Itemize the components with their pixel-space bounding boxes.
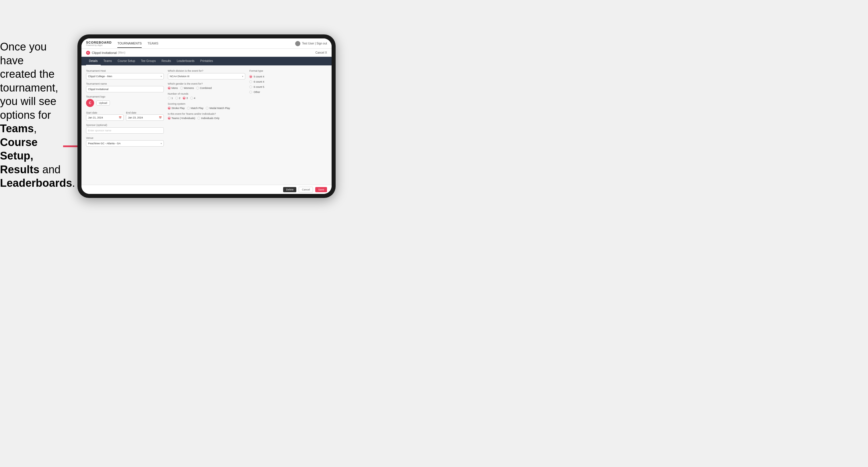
rounds-1[interactable]: 1: [168, 97, 173, 99]
logo-sub: Powered by clippd: [86, 44, 112, 46]
format-6count4[interactable]: 6 count 4: [249, 80, 327, 83]
end-calendar-icon: 📅: [159, 117, 162, 119]
rounds-3[interactable]: 3: [183, 97, 188, 99]
scoring-medal-match[interactable]: Medal Match Play: [206, 107, 230, 110]
teams-plus-individuals-radio[interactable]: [168, 117, 171, 120]
tab-printables[interactable]: Printables: [197, 57, 216, 65]
user-avatar-icon: [295, 41, 300, 46]
nav-items: TOURNAMENTS TEAMS: [117, 39, 295, 48]
top-nav: SCOREBOARD Powered by clippd TOURNAMENTS…: [82, 38, 332, 49]
end-date-label: End date: [126, 111, 136, 114]
format-other-radio[interactable]: [249, 91, 252, 94]
form-right-col: Format type 5 count 4 6 count 4 6 count …: [249, 69, 327, 147]
tab-course-setup[interactable]: Course Setup: [115, 57, 138, 65]
tablet-device: SCOREBOARD Powered by clippd TOURNAMENTS…: [78, 34, 336, 198]
teams-plus-individuals[interactable]: Teams (+Individuals): [168, 117, 195, 120]
end-date-input[interactable]: Jan 23, 2024 📅: [126, 115, 163, 121]
name-input[interactable]: Clippd Invitational: [86, 86, 164, 92]
start-date-label: Start date: [86, 111, 97, 114]
gender-field-group: Which gender is the event for? Mens Wome…: [168, 82, 246, 90]
individuals-only-radio[interactable]: [197, 117, 200, 120]
cancel-top-button[interactable]: Cancel X: [315, 51, 327, 54]
tournament-title: Clippd Invitational: [92, 51, 117, 55]
scoring-medal-radio[interactable]: [206, 107, 209, 110]
format-6count5[interactable]: 6 count 5: [249, 86, 327, 88]
tab-leaderboards[interactable]: Leaderboards: [174, 57, 197, 65]
sponsor-input[interactable]: Enter sponsor name: [86, 127, 164, 134]
tablet-screen: SCOREBOARD Powered by clippd TOURNAMENTS…: [82, 38, 332, 194]
form-mid-col: Which division is the event for? NCAA Di…: [168, 69, 246, 147]
gender-combined-radio[interactable]: [196, 87, 199, 90]
nav-teams[interactable]: TEAMS: [148, 39, 158, 48]
tab-details[interactable]: Details: [86, 57, 101, 65]
scoring-match-radio[interactable]: [187, 107, 190, 110]
form-left-col: Tournament Host Clippd College - Men Tou…: [86, 69, 164, 147]
save-button[interactable]: Save: [315, 187, 327, 192]
gender-label: Which gender is the event for?: [168, 82, 246, 85]
app-logo: SCOREBOARD: [86, 41, 112, 44]
tournament-icon: C: [86, 51, 90, 55]
name-label: Tournament name: [86, 82, 164, 85]
tab-tee-groups[interactable]: Tee Groups: [138, 57, 159, 65]
cancel-button[interactable]: Cancel: [299, 187, 313, 192]
format-5count4-radio[interactable]: [249, 75, 252, 78]
scoring-match[interactable]: Match Play: [187, 107, 204, 110]
gender-womens-radio[interactable]: [180, 87, 183, 90]
nav-tournaments[interactable]: TOURNAMENTS: [117, 39, 142, 48]
upload-button[interactable]: Upload: [96, 100, 110, 105]
rounds-2[interactable]: 2: [175, 97, 180, 99]
format-type-label: Format type: [249, 69, 327, 72]
division-label: Which division is the event for?: [168, 69, 246, 72]
tab-results[interactable]: Results: [159, 57, 174, 65]
gender-mens[interactable]: Mens: [168, 87, 178, 90]
tab-teams[interactable]: Teams: [101, 57, 115, 65]
gender-womens[interactable]: Womens: [180, 87, 194, 90]
venue-label: Venue: [86, 136, 164, 139]
gender-combined[interactable]: Combined: [196, 87, 212, 90]
start-date-input[interactable]: Jan 21, 2024 📅: [86, 115, 124, 121]
teams-individuals-field-group: Is this event for Teams and/or Individua…: [168, 113, 246, 120]
date-fields: Start date Jan 21, 2024 📅 End date Jan 2…: [86, 110, 164, 121]
scoring-radio-group: Stroke Play Match Play Medal Match Play: [168, 107, 246, 110]
format-6count4-radio[interactable]: [249, 80, 252, 83]
format-other[interactable]: Other: [249, 91, 327, 94]
venue-select[interactable]: Peachtree GC - Atlanta - GA: [86, 140, 164, 147]
host-field-group: Tournament Host Clippd College - Men: [86, 69, 164, 80]
rounds-3-radio[interactable]: [183, 97, 186, 99]
sponsor-field-group: Sponsor (optional) Enter sponsor name: [86, 124, 164, 134]
rounds-field-group: Number of rounds 1 2: [168, 92, 246, 99]
tab-bar: Details Teams Course Setup Tee Groups Re…: [82, 57, 332, 65]
dates-field-group: Start date Jan 21, 2024 📅 End date Jan 2…: [86, 110, 164, 121]
logo-upload-area: C Upload: [86, 99, 164, 107]
gender-radio-group: Mens Womens Combined: [168, 87, 246, 90]
scoring-label: Scoring system: [168, 102, 246, 105]
division-select[interactable]: NCAA Division III: [168, 73, 246, 80]
tournament-subtitle: (Men): [118, 51, 125, 54]
rounds-label: Number of rounds: [168, 92, 246, 95]
gender-mens-radio[interactable]: [168, 87, 171, 90]
rounds-1-radio[interactable]: [168, 97, 171, 99]
teams-individuals-label: Is this event for Teams and/or Individua…: [168, 113, 246, 115]
scoring-stroke-radio[interactable]: [168, 107, 171, 110]
start-date-group: Start date Jan 21, 2024 📅: [86, 110, 124, 121]
logo-preview: C: [86, 99, 94, 107]
delete-button[interactable]: Delete: [283, 187, 296, 192]
scoring-field-group: Scoring system Stroke Play Match Play: [168, 102, 246, 110]
format-6count5-radio[interactable]: [249, 86, 252, 88]
rounds-2-radio[interactable]: [175, 97, 178, 99]
sponsor-label: Sponsor (optional): [86, 124, 164, 126]
user-label[interactable]: Test User | Sign out: [302, 42, 327, 45]
tournament-header: C Clippd Invitational (Men) Cancel X: [82, 49, 332, 57]
scoring-stroke[interactable]: Stroke Play: [168, 107, 185, 110]
instruction-text: Once you have created the tournament, yo…: [0, 40, 66, 190]
rounds-radio-group: 1 2 3 4: [168, 97, 246, 99]
host-select[interactable]: Clippd College - Men: [86, 73, 164, 80]
footer: Delete Cancel Save: [82, 185, 332, 194]
individuals-only[interactable]: Individuals Only: [197, 117, 219, 120]
division-field-group: Which division is the event for? NCAA Di…: [168, 69, 246, 80]
start-calendar-icon: 📅: [119, 117, 122, 119]
teams-individuals-radio-group: Teams (+Individuals) Individuals Only: [168, 117, 246, 120]
format-5count4[interactable]: 5 count 4: [249, 75, 327, 78]
rounds-4[interactable]: 4: [190, 97, 195, 99]
rounds-4-radio[interactable]: [190, 97, 193, 99]
